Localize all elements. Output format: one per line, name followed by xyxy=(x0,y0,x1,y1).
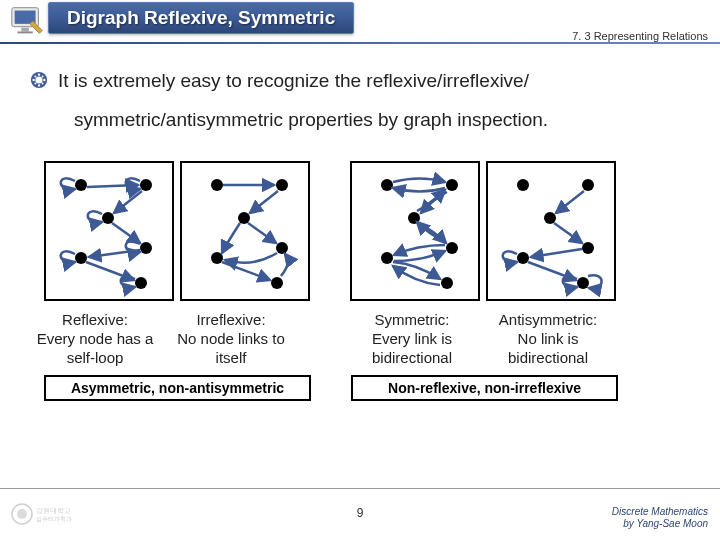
svg-point-38 xyxy=(446,242,458,254)
svg-line-47 xyxy=(556,191,584,213)
irreflexive-diagram xyxy=(180,161,310,301)
subcaptions-row: Asymmetric, non-antisymmetric Non-reflex… xyxy=(44,375,690,401)
bullet-point: It is extremely easy to recognize the re… xyxy=(30,68,690,95)
svg-point-11 xyxy=(42,75,44,77)
svg-point-27 xyxy=(238,212,250,224)
svg-point-16 xyxy=(102,212,114,224)
svg-text:컴퓨터과학과: 컴퓨터과학과 xyxy=(36,516,72,522)
section-label: 7. 3 Representing Relations xyxy=(572,30,708,42)
svg-rect-3 xyxy=(18,31,33,33)
reflexive-title: Reflexive: xyxy=(62,311,128,328)
svg-point-14 xyxy=(75,179,87,191)
right-subcaption: Non-reflexive, non-irreflexive xyxy=(351,375,618,401)
svg-point-28 xyxy=(276,242,288,254)
irreflexive-body: No node links to itself xyxy=(177,330,285,366)
svg-point-13 xyxy=(42,83,44,85)
left-captions: Reflexive: Every node has a self-loop Ir… xyxy=(30,311,307,367)
diagram-row xyxy=(44,161,690,301)
right-pair xyxy=(350,161,616,301)
irreflexive-caption: Irreflexive: No node links to itself xyxy=(166,311,296,367)
header-divider xyxy=(0,42,720,44)
svg-point-40 xyxy=(441,277,453,289)
university-logo: 강원대학교 컴퓨터과학과 xyxy=(10,502,80,526)
svg-point-41 xyxy=(517,179,529,191)
svg-line-21 xyxy=(114,191,142,213)
reflexive-caption: Reflexive: Every node has a self-loop xyxy=(30,311,160,367)
svg-text:강원대학교: 강원대학교 xyxy=(36,507,71,515)
reflexive-diagram xyxy=(44,161,174,301)
symmetric-body: Every link is bidirectional xyxy=(372,330,452,366)
bullet-icon xyxy=(30,71,48,89)
svg-line-22 xyxy=(112,223,140,243)
svg-point-52 xyxy=(17,509,27,519)
svg-point-6 xyxy=(38,73,40,75)
svg-point-45 xyxy=(517,252,529,264)
left-subcaption: Asymmetric, non-antisymmetric xyxy=(44,375,311,401)
svg-line-48 xyxy=(554,223,582,243)
antisymmetric-caption: Antisymmetric: No link is bidirectional xyxy=(483,311,613,367)
svg-point-5 xyxy=(35,76,42,83)
svg-point-25 xyxy=(211,179,223,191)
reflexive-body: Every node has a self-loop xyxy=(37,330,154,366)
left-pair xyxy=(44,161,310,301)
svg-point-10 xyxy=(34,75,36,77)
right-captions: Symmetric: Every link is bidirectional A… xyxy=(347,311,624,367)
slide-body: It is extremely easy to recognize the re… xyxy=(0,50,720,401)
captions-row: Reflexive: Every node has a self-loop Ir… xyxy=(30,311,690,367)
slide-header: Digraph Reflexive, Symmetric 7. 3 Repres… xyxy=(0,0,720,50)
svg-point-26 xyxy=(276,179,288,191)
svg-line-33 xyxy=(248,223,276,243)
svg-point-9 xyxy=(43,79,45,81)
title-bar: Digraph Reflexive, Symmetric xyxy=(48,2,354,34)
svg-line-23 xyxy=(89,250,140,257)
page-number: 9 xyxy=(357,506,364,520)
svg-rect-2 xyxy=(21,28,29,32)
svg-line-32 xyxy=(250,191,278,213)
svg-point-8 xyxy=(32,79,34,81)
svg-point-17 xyxy=(140,242,152,254)
symmetric-caption: Symmetric: Every link is bidirectional xyxy=(347,311,477,367)
svg-point-7 xyxy=(38,84,40,86)
antisymmetric-title: Antisymmetric: xyxy=(499,311,597,328)
svg-point-46 xyxy=(577,277,589,289)
symmetric-title: Symmetric: xyxy=(375,311,450,328)
svg-point-44 xyxy=(582,242,594,254)
antisymmetric-diagram xyxy=(486,161,616,301)
credit-line2: by Yang-Sae Moon xyxy=(623,518,708,529)
symmetric-diagram xyxy=(350,161,480,301)
footer-divider xyxy=(0,488,720,489)
svg-point-39 xyxy=(381,252,393,264)
bullet-text-line1: It is extremely easy to recognize the re… xyxy=(58,68,529,95)
svg-line-20 xyxy=(87,185,138,187)
slide-footer: 강원대학교 컴퓨터과학과 9 Discrete Mathematics by Y… xyxy=(0,494,720,534)
svg-point-36 xyxy=(446,179,458,191)
svg-line-34 xyxy=(222,262,270,280)
monitor-icon xyxy=(8,2,46,40)
credit-line1: Discrete Mathematics xyxy=(612,506,708,517)
irreflexive-title: Irreflexive: xyxy=(196,311,265,328)
slide-title: Digraph Reflexive, Symmetric xyxy=(67,7,335,29)
svg-line-24 xyxy=(86,262,134,280)
svg-point-18 xyxy=(75,252,87,264)
svg-point-30 xyxy=(271,277,283,289)
svg-point-42 xyxy=(582,179,594,191)
svg-point-35 xyxy=(381,179,393,191)
antisymmetric-body: No link is bidirectional xyxy=(508,330,588,366)
svg-point-15 xyxy=(140,179,152,191)
credit: Discrete Mathematics by Yang-Sae Moon xyxy=(612,506,708,530)
svg-point-43 xyxy=(544,212,556,224)
svg-line-49 xyxy=(531,249,582,257)
bullet-text-line2: symmetric/antisymmetric properties by gr… xyxy=(74,107,690,134)
svg-point-19 xyxy=(135,277,147,289)
svg-point-12 xyxy=(34,83,36,85)
svg-point-29 xyxy=(211,252,223,264)
